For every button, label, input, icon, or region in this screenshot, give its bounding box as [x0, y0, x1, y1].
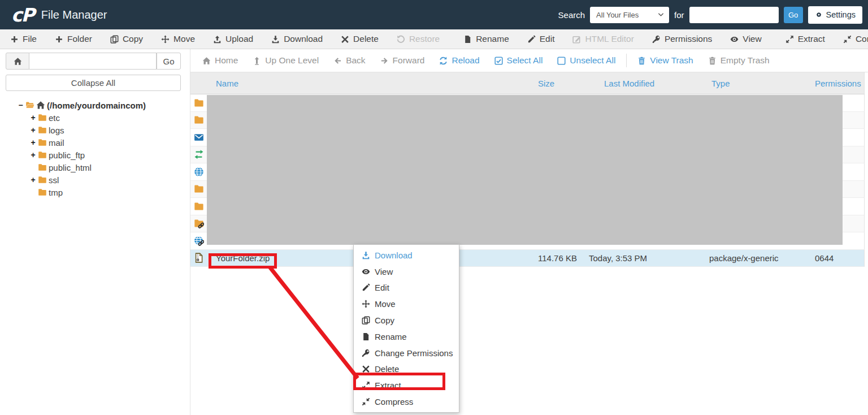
nav-item-unselect-all[interactable]: Unselect All: [550, 55, 623, 66]
tree-item-public-html[interactable]: public_html: [0, 161, 190, 174]
navigation-toolbar: HomeUp One LevelBackForwardReloadSelect …: [190, 49, 868, 72]
tree-item-tmp[interactable]: tmp: [0, 186, 190, 198]
search-scope-select[interactable]: All Your Files: [590, 7, 669, 23]
tree-item-label: mail: [49, 138, 64, 148]
nav-item-home[interactable]: Home: [195, 55, 245, 66]
nav-item-empty-trash[interactable]: Empty Trash: [701, 55, 777, 66]
gear-icon: [815, 11, 823, 19]
home-directory-button[interactable]: [6, 53, 29, 70]
column-header-permissions[interactable]: Permissions: [815, 79, 864, 88]
checkbox-empty-icon: [557, 57, 566, 65]
upload-icon: [213, 35, 222, 44]
tree-expander-icon[interactable]: +: [28, 138, 38, 147]
context-menu-item-compress[interactable]: Compress: [354, 394, 459, 410]
context-menu-item-rename[interactable]: Rename: [354, 328, 459, 345]
file-type-cell: [190, 98, 207, 108]
file-row-yourfolder-zip[interactable]: YourFolder.zip114.76 KBToday, 3:53 PMpac…: [190, 250, 865, 267]
toolbar-item-label: HTML Editor: [585, 34, 633, 44]
folder-open-icon: [25, 101, 34, 110]
tree-item-mail[interactable]: +mail: [0, 136, 190, 149]
toolbar-item-copy[interactable]: Copy: [101, 29, 152, 49]
column-header-name[interactable]: Name: [207, 79, 538, 88]
table-header: NameSizeLast ModifiedTypePermissions: [190, 72, 865, 94]
search-go-button[interactable]: Go: [784, 7, 803, 23]
toolbar-item-label: Restore: [409, 34, 440, 44]
toolbar-item-delete[interactable]: Delete: [332, 29, 388, 49]
tree-expander-icon[interactable]: +: [28, 150, 38, 159]
toolbar-item-extract[interactable]: Extract: [776, 29, 834, 49]
toolbar-item-folder[interactable]: Folder: [46, 29, 101, 49]
pencil-icon: [527, 35, 536, 44]
tree-expander-icon[interactable]: +: [28, 175, 38, 184]
compress-icon: [362, 397, 370, 406]
toolbar-item-download[interactable]: Download: [262, 29, 332, 49]
nav-item-label: Forward: [393, 55, 425, 66]
context-menu-item-label: Edit: [375, 283, 389, 292]
nav-item-forward[interactable]: Forward: [373, 55, 432, 66]
copy-icon: [362, 316, 370, 325]
context-menu-item-view[interactable]: View: [354, 263, 459, 280]
nav-item-up-one-level[interactable]: Up One Level: [245, 55, 326, 66]
tree-item-public-ftp[interactable]: +public_ftp: [0, 149, 190, 161]
context-menu-item-delete[interactable]: Delete: [354, 361, 459, 378]
context-menu-item-change-permissions[interactable]: Change Permissions: [354, 345, 459, 361]
home-icon: [36, 101, 45, 110]
nav-item-label: Reload: [452, 55, 479, 66]
globe-icon: [194, 167, 204, 177]
context-menu-item-move[interactable]: Move: [354, 296, 459, 312]
file-list-panel: HomeUp One LevelBackForwardReloadSelect …: [190, 49, 868, 415]
plus-icon: [10, 35, 19, 44]
trash-icon: [637, 57, 646, 65]
tree-item-etc[interactable]: +etc: [0, 111, 190, 124]
toolbar-item-move[interactable]: Move: [152, 29, 204, 49]
collapse-all-button[interactable]: Collapse All: [6, 75, 181, 91]
reload-icon: [439, 57, 448, 65]
tree-item-label: public_ftp: [49, 150, 85, 160]
context-menu-item-label: Copy: [375, 315, 394, 325]
path-go-button[interactable]: Go: [157, 53, 181, 70]
tree-expander-icon[interactable]: −: [16, 101, 25, 110]
toolbar-item-file[interactable]: File: [1, 29, 46, 49]
toolbar-item-view[interactable]: View: [721, 29, 770, 49]
delete-x-icon: [341, 35, 349, 44]
context-menu-item-download[interactable]: Download: [354, 247, 459, 263]
zip-icon: [194, 253, 204, 263]
nav-item-back[interactable]: Back: [326, 55, 372, 66]
toolbar-item-edit[interactable]: Edit: [518, 29, 564, 49]
topbar: cP File Manager Search All Your Files fo…: [0, 0, 868, 29]
context-menu-item-copy[interactable]: Copy: [354, 312, 459, 328]
tree-item-home-yourdomaincom[interactable]: −(/home/yourdomaincom): [0, 99, 190, 111]
tree-item-ssl[interactable]: +ssl: [0, 174, 190, 186]
column-header-size[interactable]: Size: [538, 79, 589, 88]
nav-item-view-trash[interactable]: View Trash: [630, 55, 700, 66]
file-icon: [362, 332, 370, 341]
delete-x-icon: [362, 365, 370, 373]
redaction-overlay: [207, 95, 843, 245]
path-input[interactable]: [29, 53, 157, 70]
toolbar-item-rename[interactable]: Rename: [454, 29, 518, 49]
toolbar-item-permissions[interactable]: Permissions: [643, 29, 721, 49]
nav-item-reload[interactable]: Reload: [432, 55, 487, 66]
tree-expander-icon[interactable]: +: [28, 113, 38, 122]
column-header-last-modified[interactable]: Last Modified: [589, 79, 709, 88]
folder-icon: [38, 163, 47, 172]
context-menu-item-extract[interactable]: Extract: [354, 377, 459, 394]
nav-item-select-all[interactable]: Select All: [487, 55, 550, 66]
folder-icon: [194, 115, 204, 125]
key-icon: [362, 349, 370, 357]
tree-item-logs[interactable]: +logs: [0, 124, 190, 136]
tree-item-label: (/home/yourdomaincom): [47, 101, 146, 110]
search-input[interactable]: [689, 7, 779, 23]
settings-button[interactable]: Settings: [808, 6, 862, 24]
context-menu-item-edit[interactable]: Edit: [354, 280, 459, 296]
sidebar: Go Collapse All −(/home/yourdomaincom)+e…: [0, 49, 190, 415]
column-header-type[interactable]: Type: [709, 79, 815, 88]
nav-item-label: Unselect All: [570, 55, 615, 66]
context-menu-item-label: Download: [375, 250, 413, 260]
folder-icon: [38, 175, 47, 184]
toolbar-item-compress[interactable]: Compress: [834, 29, 868, 49]
toolbar-item-upload[interactable]: Upload: [204, 29, 262, 49]
tree-expander-icon[interactable]: +: [28, 126, 38, 135]
file-type-cell: [190, 218, 207, 228]
tree-item-label: logs: [49, 126, 64, 135]
